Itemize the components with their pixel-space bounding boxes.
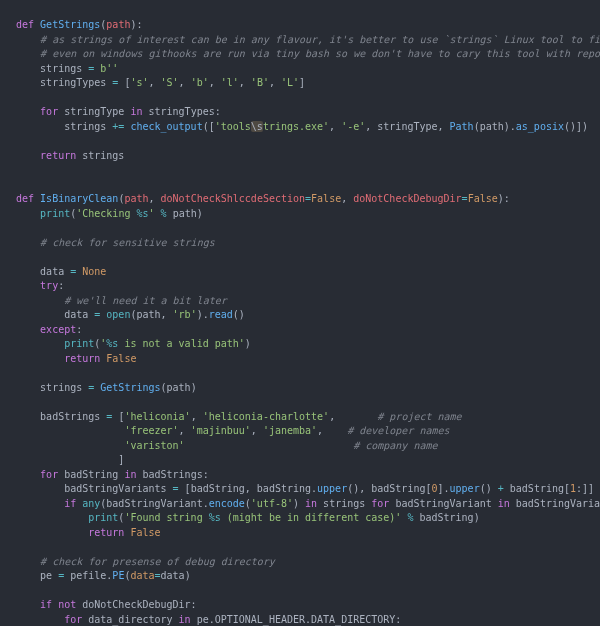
token-pn <box>16 150 40 161</box>
token-pn: , <box>269 77 281 88</box>
token-kw: try <box>40 280 58 291</box>
code-line: # as strings of interest can be in any f… <box>16 33 584 48</box>
token-id: badStringVariant. <box>106 498 208 509</box>
code-line: data = open(path, 'rb').read() <box>16 308 584 323</box>
token-op: = <box>112 77 124 88</box>
token-id: badString, badString. <box>191 483 317 494</box>
token-pn: , <box>191 411 203 422</box>
token-fn: GetStrings <box>100 382 160 393</box>
token-kw: in <box>498 498 516 509</box>
token-cmt: # check for sensitive strings <box>40 237 215 248</box>
token-id: pe.OPTIONAL_HEADER.DATA_DIRECTORY: <box>197 614 402 625</box>
token-pn: (), <box>347 483 371 494</box>
token-str: 'freezer' <box>124 425 178 436</box>
token-pn <box>16 469 40 480</box>
token-pn: : <box>76 324 82 335</box>
token-kw: return <box>88 527 130 538</box>
token-pn <box>16 570 40 581</box>
token-str: 'utf-8' <box>251 498 293 509</box>
token-fn: read <box>209 309 233 320</box>
token-pn: ) <box>293 498 305 509</box>
code-line <box>16 584 584 599</box>
token-kw: def <box>16 193 40 204</box>
code-line: strings = GetStrings(path) <box>16 381 584 396</box>
token-pn: ]. <box>438 483 450 494</box>
token-pn: () <box>233 309 245 320</box>
token-fn: IsBinaryClean <box>40 193 118 204</box>
token-sp: any <box>82 498 100 509</box>
token-id: badStringVariants): <box>516 498 600 509</box>
token-id: data <box>161 570 185 581</box>
token-fn: check_output <box>130 121 202 132</box>
token-pn: ). <box>504 121 516 132</box>
token-pn <box>16 34 40 45</box>
token-id: badString <box>64 469 124 480</box>
token-op: = <box>94 309 106 320</box>
token-str: (might be in different case)' <box>221 512 402 523</box>
code-line: ] <box>16 453 584 468</box>
code-line <box>16 221 584 236</box>
token-kw: for <box>40 106 64 117</box>
token-kw: return <box>64 353 106 364</box>
token-var: path <box>106 19 130 30</box>
token-pn: , <box>365 121 377 132</box>
code-line: for data_directory in pe.OPTIONAL_HEADER… <box>16 613 584 627</box>
token-cst: False <box>311 193 341 204</box>
token-pn <box>16 237 40 248</box>
token-str: 'l' <box>221 77 239 88</box>
code-line: data = None <box>16 265 584 280</box>
token-pn <box>16 498 64 509</box>
token-id: strings <box>64 121 112 132</box>
token-pn: , <box>251 425 263 436</box>
code-line <box>16 366 584 381</box>
token-kw: if <box>64 498 82 509</box>
token-pn: , <box>209 77 221 88</box>
token-pn <box>16 280 40 291</box>
token-sp: print <box>64 338 94 349</box>
token-id: badStringVariants <box>64 483 172 494</box>
token-pn: ). <box>197 309 209 320</box>
token-str: 'variston' <box>124 440 184 451</box>
token-id: data_directory <box>88 614 178 625</box>
token-fn: encode <box>209 498 245 509</box>
token-op: += <box>112 121 130 132</box>
code-line: for stringType in stringTypes: <box>16 105 584 120</box>
token-kw: return <box>40 150 82 161</box>
token-esc: %s <box>106 338 118 349</box>
token-fn: upper <box>450 483 480 494</box>
token-cmt: # as strings of interest can be in any f… <box>40 34 600 45</box>
token-pn <box>16 541 22 552</box>
code-line: badStringVariants = [badString, badStrin… <box>16 482 584 497</box>
token-str: 'S' <box>161 77 179 88</box>
token-str: 'L' <box>281 77 299 88</box>
token-kw: in <box>130 106 148 117</box>
token-id: data <box>64 309 94 320</box>
token-kw: except <box>40 324 76 335</box>
token-op: = <box>88 382 100 393</box>
token-sp: print <box>40 208 70 219</box>
token-cmt: # project name <box>377 411 461 422</box>
token-pn: ) <box>185 570 191 581</box>
token-pn <box>16 367 22 378</box>
token-pn: ] <box>16 454 124 465</box>
code-line: return False <box>16 352 584 367</box>
token-fn: PE <box>112 570 124 581</box>
token-str: 'rb' <box>173 309 197 320</box>
token-pn <box>16 396 22 407</box>
token-id: badString[ <box>510 483 570 494</box>
code-editor-screenshot: { "lines": [ [["kw","def "],["fn","GetSt… <box>0 0 600 626</box>
token-pn: , <box>317 425 347 436</box>
code-line: # even on windows githooks are run via t… <box>16 47 584 62</box>
token-id: badString) <box>419 512 479 523</box>
token-id: badStrings: <box>142 469 208 480</box>
code-line <box>16 540 584 555</box>
token-id: path <box>167 382 191 393</box>
code-line: pe = pefile.PE(data=data) <box>16 569 584 584</box>
token-str: 'heliconia' <box>124 411 190 422</box>
token-cst: False <box>130 527 160 538</box>
code-line <box>16 134 584 149</box>
token-id: doNotCheckDebugDir: <box>82 599 196 610</box>
code-line: except: <box>16 323 584 338</box>
token-id: strings <box>323 498 371 509</box>
token-id: strings <box>40 382 88 393</box>
